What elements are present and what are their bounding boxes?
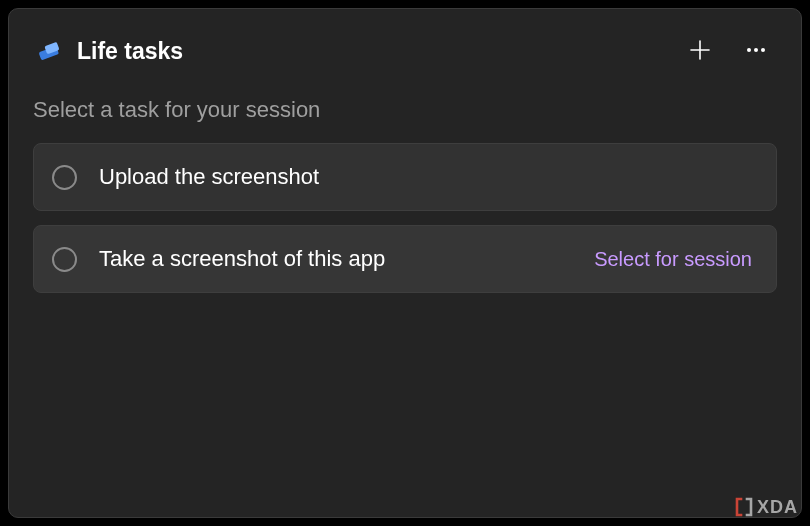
tasks-panel: Life tasks Select a task for your sessio… bbox=[8, 8, 802, 518]
panel-subtitle: Select a task for your session bbox=[33, 97, 777, 123]
panel-title: Life tasks bbox=[77, 38, 665, 65]
task-row[interactable]: Take a screenshot of this app Select for… bbox=[33, 225, 777, 293]
panel-header: Life tasks bbox=[33, 29, 777, 73]
svg-point-5 bbox=[754, 48, 758, 52]
add-task-button[interactable] bbox=[679, 30, 721, 72]
task-label: Upload the screenshot bbox=[99, 164, 752, 190]
select-for-session-button[interactable]: Select for session bbox=[594, 248, 752, 271]
task-list: Upload the screenshot Take a screenshot … bbox=[33, 143, 777, 293]
radio-unchecked-icon[interactable] bbox=[52, 165, 77, 190]
plus-icon bbox=[689, 39, 711, 64]
more-horizontal-icon bbox=[745, 39, 767, 64]
svg-point-4 bbox=[747, 48, 751, 52]
task-row[interactable]: Upload the screenshot bbox=[33, 143, 777, 211]
radio-unchecked-icon[interactable] bbox=[52, 247, 77, 272]
svg-point-6 bbox=[761, 48, 765, 52]
task-label: Take a screenshot of this app bbox=[99, 246, 572, 272]
more-options-button[interactable] bbox=[735, 30, 777, 72]
todo-app-icon bbox=[33, 36, 63, 66]
